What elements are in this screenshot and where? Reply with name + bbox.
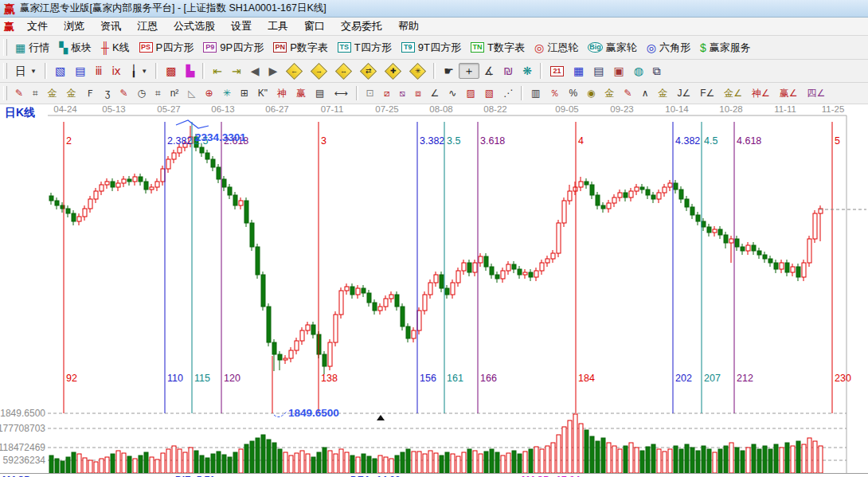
shen-ruler-button[interactable]: 神 [272, 86, 291, 100]
gann-ruler-button[interactable]: ⌗ [28, 86, 43, 100]
zoom-out-all-button[interactable]: ✳ [405, 61, 430, 81]
next-page-button[interactable]: ▶ [264, 63, 282, 79]
winner-service-button[interactable]: $赢家服务 [695, 38, 756, 57]
gann-knife-button[interactable]: ✎ [10, 86, 28, 100]
refresh-web-button[interactable]: ◍ [629, 63, 648, 79]
red-grid-b-button[interactable]: ▧ [480, 86, 499, 100]
kline-button[interactable]: ╫K线 [96, 38, 135, 57]
candle-style-button[interactable]: ╽▼ [126, 63, 152, 79]
hexagon-button[interactable]: ◎六角形 [642, 38, 695, 57]
n-square-button[interactable]: n² [166, 86, 184, 100]
pan-right-button[interactable]: → [307, 61, 331, 81]
volume-bar [618, 449, 622, 473]
win-angle-button[interactable]: 赢∠ [775, 86, 803, 100]
menu-item-4[interactable]: 公式选股 [166, 18, 223, 35]
gann-circle-button[interactable]: ⊕ [201, 86, 218, 100]
f-ruler-button[interactable]: Ｆ [81, 86, 100, 100]
menu-item-1[interactable]: 浏览 [56, 18, 92, 35]
shen-angle-button[interactable]: 神∠ [747, 86, 775, 100]
expand-both-button[interactable]: ↔ [331, 61, 356, 81]
winner-wheel-button[interactable]: Big赢家轮 [583, 38, 642, 57]
spiral-tool-button[interactable]: ʒ [100, 86, 115, 100]
pattern-box-button[interactable]: ▩ [161, 63, 181, 79]
prev-page-button[interactable]: ◀ [246, 63, 264, 79]
red-grid-a-button[interactable]: ▨ [461, 86, 479, 100]
t-number-button[interactable]: TNT数字表 [466, 38, 530, 57]
bars-3-button[interactable]: ⅲ [90, 63, 107, 79]
f-angle-button[interactable]: F∠ [695, 86, 719, 100]
menu-item-2[interactable]: 资讯 [92, 18, 129, 35]
workstation-button[interactable]: ⧉ [648, 63, 666, 79]
notes-button[interactable]: ▤ [588, 63, 608, 79]
j-angle-button[interactable]: J∠ [672, 86, 695, 100]
golden-band-button[interactable]: 金 [653, 86, 672, 100]
menu-item-8[interactable]: 交易委托 [333, 18, 390, 35]
t-square-button[interactable]: TST四方形 [333, 38, 397, 57]
wave-tool-button[interactable]: ∧ [637, 86, 654, 100]
percent-strike-button[interactable]: ％ [545, 86, 564, 100]
calendar-button[interactable]: 21 [545, 64, 569, 79]
p-number-button[interactable]: PNP数字表 [268, 38, 333, 57]
bars-9-button[interactable]: ⅸ [107, 63, 125, 79]
zoom-in-all-button[interactable]: ✚ [381, 61, 405, 81]
angle-line-button[interactable]: ∠ [426, 86, 444, 100]
angle-cursor-button[interactable]: ∡ [479, 63, 499, 79]
golden-ruler-a-button[interactable]: 金 [43, 86, 62, 100]
fan-box-button[interactable]: ⧅ [394, 86, 410, 100]
info-view-button[interactable]: ▤ [70, 63, 90, 79]
column-stats-button[interactable]: ▥ [526, 86, 545, 100]
span-measure-button[interactable]: ⟷ [329, 86, 352, 100]
win-ruler-button[interactable]: 赢 [291, 86, 311, 100]
quotes-button[interactable]: ▦行情 [10, 38, 54, 57]
9p-square-button[interactable]: P99P四方形 [198, 38, 268, 57]
candle-pencil-button[interactable]: ✎ [620, 86, 637, 100]
k-marker-button[interactable]: K" [253, 86, 272, 100]
box-tool-button[interactable]: ⊡ [362, 86, 379, 100]
9t-square-button[interactable]: T99T四方形 [397, 38, 466, 57]
gann-wheel-button[interactable]: ◎江恩轮 [530, 38, 583, 57]
menu-item-0[interactable]: 文件 [19, 18, 56, 35]
hand-cursor-button[interactable]: ☛ [439, 63, 459, 79]
save-button[interactable]: ▣ [608, 63, 628, 79]
menu-item-9[interactable]: 帮助 [390, 18, 427, 35]
si-angle-button[interactable]: 四∠ [803, 86, 831, 100]
first-page-button[interactable]: ⇤ [208, 63, 227, 79]
count-ruler-button[interactable]: ▤ [311, 86, 329, 100]
last-page-button[interactable]: ⇥ [227, 63, 246, 79]
parallel-lines-button[interactable]: ⋰ [499, 86, 518, 100]
pencil-tool-button[interactable]: ✎ [115, 86, 132, 100]
cross-cursor-button[interactable]: ＋ [459, 63, 479, 79]
draw-toolbar: ✎⌗金金Ｆʒ✎◷⌗n²◺⊕✳⊞K"神赢▤⟷⊡⧄⧅⧈∠∿▨▧⋰▥％%◉金✎∧金J∠… [0, 83, 868, 104]
zoom-area-button[interactable]: ▧ [50, 63, 70, 79]
profile-histogram-button[interactable]: ▙ [181, 63, 199, 79]
golden-ruler-b-button[interactable]: 金 [62, 86, 81, 100]
sectors-button[interactable]: ▚板块 [54, 38, 96, 57]
pan-left-button[interactable]: ← [282, 61, 307, 81]
menu-item-5[interactable]: 设置 [223, 18, 260, 35]
web-grid-button[interactable]: ⊞ [236, 86, 253, 100]
menu-item-3[interactable]: 江恩 [129, 18, 166, 35]
gann-cursor-button[interactable]: ₪ [499, 63, 518, 79]
wave-line-button[interactable]: ∿ [444, 86, 461, 100]
gann-web-button[interactable]: ✳ [218, 86, 236, 100]
candle [362, 288, 366, 293]
golden-lines-button[interactable]: 金 [600, 86, 620, 100]
p-square-button[interactable]: PSP四方形 [135, 38, 199, 57]
menu-item-7[interactable]: 窗口 [296, 18, 333, 35]
golden-angle-button[interactable]: 金∠ [719, 86, 747, 100]
period-day-button[interactable]: 日▼ [10, 63, 41, 79]
golden-circle-button[interactable]: ◉ [582, 86, 600, 100]
compress-both-button[interactable]: ⇄ [356, 61, 381, 81]
menu-item-6[interactable]: 工具 [260, 18, 296, 35]
angle-template-button[interactable]: ◺ [183, 86, 200, 100]
candlestick-chart-canvas[interactable]: 04-2405-1305-2706-1306-2707-1107-2508-08… [0, 104, 868, 473]
web-box-button[interactable]: ⧈ [410, 86, 426, 100]
tick-ruler-button[interactable]: ⌗ [151, 86, 166, 100]
web-cursor-button[interactable]: ❋ [518, 63, 537, 79]
calculator-button[interactable]: ▦ [569, 63, 588, 79]
chart-area[interactable]: 日K线 04-2405-1305-2706-1306-2707-1107-250… [0, 104, 868, 473]
date-label: 05-13 [102, 104, 125, 114]
percent-button[interactable]: % [564, 86, 582, 100]
fan-lines-button[interactable]: ⧄ [379, 86, 395, 100]
time-cycle-button[interactable]: ◷ [132, 86, 150, 100]
